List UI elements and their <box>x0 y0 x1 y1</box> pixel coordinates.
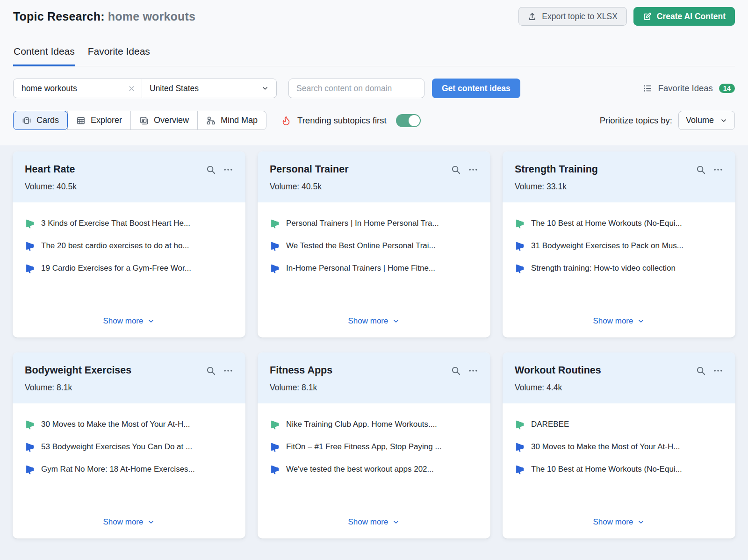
idea-item[interactable]: The 20 best cardio exercises to do at ho… <box>25 241 233 251</box>
chevron-down-icon <box>147 317 155 325</box>
more-options-icon[interactable] <box>468 366 478 376</box>
view-tab-overview[interactable]: Overview <box>130 111 198 130</box>
domain-search-input[interactable] <box>288 79 424 98</box>
show-more-button[interactable]: Show more <box>515 511 723 527</box>
prioritize-control: Prioritize topics by: Volume <box>600 111 735 130</box>
search-icon[interactable] <box>206 165 216 175</box>
view-tab-mindmap[interactable]: Mind Map <box>197 111 266 130</box>
get-content-ideas-button[interactable]: Get content ideas <box>432 79 520 98</box>
card-volume: Volume: 40.5k <box>270 182 478 192</box>
show-more-button[interactable]: Show more <box>25 511 233 527</box>
idea-item[interactable]: 30 Moves to Make the Most of Your At-H..… <box>515 442 723 452</box>
clear-keyword-icon[interactable] <box>128 85 136 93</box>
megaphone-icon <box>25 442 35 452</box>
idea-title: We've tested the best workout apps 202..… <box>286 465 434 474</box>
trending-toggle[interactable] <box>396 114 421 127</box>
country-select[interactable]: United States <box>142 79 276 98</box>
more-options-icon[interactable] <box>713 165 723 175</box>
topic-card-heart-rate: Heart Rate Volume: 40.5k 3 Kinds of Exer… <box>13 151 245 337</box>
card-header: Strength Training Volume: 33.1k <box>503 151 735 202</box>
keyword-input[interactable] <box>21 83 128 94</box>
card-title: Strength Training <box>515 164 598 175</box>
view-tab-cards-label: Cards <box>36 115 59 125</box>
show-more-button[interactable]: Show more <box>270 511 478 527</box>
view-tab-cards[interactable]: Cards <box>13 111 68 130</box>
card-header: Fitness Apps Volume: 8.1k <box>258 352 490 403</box>
idea-item[interactable]: 30 Moves to Make the Most of Your At-H..… <box>25 419 233 430</box>
view-tab-mindmap-label: Mind Map <box>221 115 258 125</box>
tab-content-ideas[interactable]: Content Ideas <box>13 46 75 66</box>
show-more-button[interactable]: Show more <box>515 310 723 326</box>
export-xlsx-button[interactable]: Export topic to XLSX <box>518 7 626 26</box>
idea-item[interactable]: Personal Trainers | In Home Personal Tra… <box>270 218 478 229</box>
search-icon[interactable] <box>206 366 216 376</box>
megaphone-icon <box>270 419 280 430</box>
megaphone-icon <box>270 442 280 452</box>
idea-item[interactable]: 3 Kinds of Exercise That Boost Heart He.… <box>25 218 233 229</box>
more-options-icon[interactable] <box>223 366 233 376</box>
card-header: Heart Rate Volume: 40.5k <box>13 151 245 202</box>
card-header: Personal Trainer Volume: 40.5k <box>258 151 490 202</box>
idea-item[interactable]: FitOn – #1 Free Fitness App, Stop Paying… <box>270 442 478 452</box>
page-title-query: home workouts <box>108 10 195 23</box>
show-more-button[interactable]: Show more <box>270 310 478 326</box>
idea-item[interactable]: We've tested the best workout apps 202..… <box>270 464 478 474</box>
create-ai-content-button[interactable]: Create AI Content <box>633 7 735 26</box>
tab-favorite-ideas[interactable]: Favorite Ideas <box>87 46 151 66</box>
more-options-icon[interactable] <box>223 165 233 175</box>
idea-item[interactable]: The 10 Best at Home Workouts (No-Equi... <box>515 218 723 229</box>
idea-item[interactable]: 31 Bodyweight Exercises to Pack on Mus..… <box>515 241 723 251</box>
megaphone-icon <box>25 241 35 251</box>
top-section: Topic Research: home workouts Export top… <box>0 0 748 145</box>
card-title: Personal Trainer <box>270 164 349 175</box>
topic-card-strength-training: Strength Training Volume: 33.1k The 10 B… <box>503 151 735 337</box>
idea-title: The 10 Best at Home Workouts (No-Equi... <box>531 219 682 228</box>
idea-title: In-Home Personal Trainers | Home Fitne..… <box>286 264 435 273</box>
search-icon[interactable] <box>451 165 461 175</box>
megaphone-icon <box>515 442 525 452</box>
idea-item[interactable]: Strength training: How-to video collecti… <box>515 263 723 273</box>
search-icon[interactable] <box>696 165 706 175</box>
idea-item[interactable]: DAREBEE <box>515 419 723 430</box>
list-icon <box>643 84 652 93</box>
megaphone-icon <box>270 464 280 474</box>
megaphone-icon <box>25 419 35 430</box>
idea-title: 31 Bodyweight Exercises to Pack on Mus..… <box>531 241 683 251</box>
megaphone-icon <box>515 218 525 229</box>
idea-title: We Tested the Best Online Personal Trai.… <box>286 241 436 251</box>
idea-item[interactable]: We Tested the Best Online Personal Trai.… <box>270 241 478 251</box>
idea-title: 3 Kinds of Exercise That Boost Heart He.… <box>41 219 190 228</box>
megaphone-icon <box>515 419 525 430</box>
megaphone-icon <box>515 263 525 273</box>
favorite-ideas-link[interactable]: Favorite Ideas 14 <box>643 83 735 93</box>
idea-title: The 20 best cardio exercises to do at ho… <box>41 241 189 251</box>
idea-title: Gym Rat No More: 18 At-Home Exercises... <box>41 465 195 474</box>
show-more-button[interactable]: Show more <box>25 310 233 326</box>
card-volume: Volume: 4.4k <box>515 383 723 393</box>
compose-icon <box>643 12 652 21</box>
chevron-down-icon <box>392 317 400 325</box>
idea-item[interactable]: 53 Bodyweight Exercises You Can Do at ..… <box>25 442 233 452</box>
idea-item[interactable]: 19 Cardio Exercises for a Gym-Free Wor..… <box>25 263 233 273</box>
idea-item[interactable]: Gym Rat No More: 18 At-Home Exercises... <box>25 464 233 474</box>
search-icon[interactable] <box>451 366 461 376</box>
page-title-prefix: Topic Research: <box>13 10 108 23</box>
more-options-icon[interactable] <box>468 165 478 175</box>
toggle-knob <box>409 115 420 126</box>
idea-item[interactable]: The 10 Best at Home Workouts (No-Equi... <box>515 464 723 474</box>
prioritize-select[interactable]: Volume <box>678 111 735 130</box>
country-select-value: United States <box>150 84 199 93</box>
idea-item[interactable]: In-Home Personal Trainers | Home Fitne..… <box>270 263 478 273</box>
card-body: Nike Training Club App. Home Workouts...… <box>258 403 490 538</box>
megaphone-icon <box>25 218 35 229</box>
view-tab-explorer[interactable]: Explorer <box>67 111 131 130</box>
view-switcher: Cards Explorer Overview Mind Map <box>13 111 266 130</box>
idea-title: 30 Moves to Make the Most of Your At-H..… <box>41 420 190 429</box>
megaphone-icon <box>270 218 280 229</box>
topic-card-fitness-apps: Fitness Apps Volume: 8.1k Nike Training … <box>258 352 490 538</box>
idea-title: Strength training: How-to video collecti… <box>531 264 676 273</box>
cards-view-icon <box>22 116 31 125</box>
search-icon[interactable] <box>696 366 706 376</box>
idea-item[interactable]: Nike Training Club App. Home Workouts...… <box>270 419 478 430</box>
more-options-icon[interactable] <box>713 366 723 376</box>
